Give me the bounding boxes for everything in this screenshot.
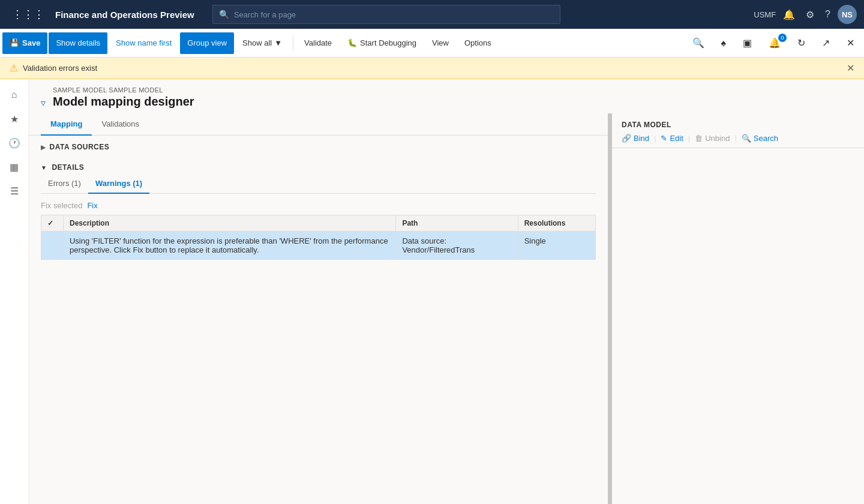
fix-row: Fix selected Fix [41,201,596,210]
search-icon: 🔍 [219,10,229,19]
warnings-table: ✓ Description Path Resolutions Using 'FI… [41,215,596,260]
user-label: USMF [754,10,776,19]
grid-menu-icon[interactable]: ⋮⋮⋮ [7,5,49,23]
data-model-header: DATA MODEL 🔗 Bind | ✎ Edit | [612,113,864,148]
group-view-button[interactable]: Group view [180,32,234,54]
dropdown-icon: ▼ [274,38,282,47]
search-action-icon[interactable]: 🔍 [685,32,712,54]
main-layout: ⌂ ★ 🕐 ▦ ☰ ▿ SAMPLE MODEL SAMPLE MODEL Mo… [0,79,864,504]
tab-warnings[interactable]: Warnings (1) [88,174,149,194]
validation-message: Validation errors exist [23,64,97,73]
breadcrumb: SAMPLE MODEL SAMPLE MODEL [53,86,194,94]
sidebar-item-home[interactable]: ⌂ [4,84,25,106]
validation-banner: ⚠ Validation errors exist ✕ [0,58,864,79]
avatar[interactable]: NS [838,5,857,24]
details-header[interactable]: ▼ DETAILS [41,158,596,174]
data-model-actions: 🔗 Bind | ✎ Edit | 🗑 Unbind [622,134,854,143]
data-model-title: DATA MODEL [622,121,854,129]
top-bar-right: USMF 🔔 ⚙ ? NS [754,5,857,24]
warning-icon: ⚠ [10,62,18,74]
unbind-button[interactable]: 🗑 Unbind [695,134,730,143]
data-sources-section: ▶ DATA SOURCES [29,136,608,158]
row-check [41,232,64,260]
start-debugging-button[interactable]: 🐛 Start Debugging [340,32,424,54]
col-check: ✓ [41,215,64,232]
row-resolution: Single [518,232,595,260]
tab-validations[interactable]: Validations [92,113,149,136]
options-button[interactable]: Options [457,32,499,54]
panel-icon[interactable]: ▣ [736,32,759,54]
edit-button[interactable]: ✎ Edit [661,134,683,143]
show-name-first-button[interactable]: Show name first [109,32,179,54]
data-sources-header[interactable]: ▶ DATA SOURCES [41,140,596,154]
tab-errors[interactable]: Errors (1) [41,174,88,194]
search-bar[interactable]: 🔍 [212,5,560,24]
refresh-icon[interactable]: ↻ [790,32,812,54]
app-title: Finance and Operations Preview [55,10,194,20]
details-section: ▼ DETAILS Errors (1) Warnings (1) Fix se… [29,158,608,504]
tab-mapping[interactable]: Mapping [41,113,92,136]
mapping-tabs: Mapping Validations [29,113,608,136]
help-icon[interactable]: ? [821,7,834,22]
notification-badge-btn[interactable]: 🔔 0 [761,32,788,54]
bind-icon: 🔗 [622,134,631,143]
page-header: ▿ SAMPLE MODEL SAMPLE MODEL Model mappin… [29,79,864,113]
unbind-icon: 🗑 [695,134,703,143]
bind-button[interactable]: 🔗 Bind [622,134,649,143]
search-input[interactable] [234,10,554,19]
page-title: Model mapping designer [53,95,194,109]
top-bar: ⋮⋮⋮ Finance and Operations Preview 🔍 USM… [0,0,864,29]
two-panel: Mapping Validations ▶ DATA SOURCES ▼ DET… [29,113,864,504]
save-icon: 💾 [10,38,19,47]
save-button[interactable]: 💾 Save [2,32,47,54]
notifications-icon[interactable]: 🔔 [779,7,799,23]
show-all-button[interactable]: Show all ▼ [235,32,289,54]
col-description: Description [63,215,395,232]
expand-icon: ▶ [41,144,46,151]
settings-icon[interactable]: ⚙ [802,7,818,23]
filter-icon[interactable]: ▿ [41,97,46,109]
open-new-icon[interactable]: ↗ [815,32,837,54]
collapse-icon: ▼ [41,164,47,171]
col-resolutions: Resolutions [518,215,595,232]
fix-selected-button: Fix selected [41,201,82,210]
sidebar-item-favorites[interactable]: ★ [4,108,25,130]
sidebar-item-recent[interactable]: 🕐 [4,132,25,154]
sidebar-item-modules[interactable]: ☰ [4,180,25,202]
right-panel: DATA MODEL 🔗 Bind | ✎ Edit | [612,113,864,504]
notification-count: 0 [778,34,787,42]
view-button[interactable]: View [425,32,456,54]
action-bar: 💾 Save Show details Show name first Grou… [0,29,864,58]
sidebar-icons: ⌂ ★ 🕐 ▦ ☰ [0,79,29,504]
left-panel: Mapping Validations ▶ DATA SOURCES ▼ DET… [29,113,610,504]
error-warning-tabs: Errors (1) Warnings (1) [41,174,596,194]
content-area: ▿ SAMPLE MODEL SAMPLE MODEL Model mappin… [29,79,864,504]
show-details-button[interactable]: Show details [49,32,107,54]
table-row[interactable]: Using 'FILTER' function for the expressi… [41,232,596,260]
debug-icon: 🐛 [347,38,357,47]
page-header-text: SAMPLE MODEL SAMPLE MODEL Model mapping … [53,86,194,109]
personalize-icon[interactable]: ♠ [714,32,734,54]
separator [293,36,293,50]
col-path: Path [396,215,518,232]
search-model-button[interactable]: 🔍 Search [742,134,778,143]
banner-close-button[interactable]: ✕ [847,62,854,74]
table-header-row: ✓ Description Path Resolutions [41,215,596,232]
row-description: Using 'FILTER' function for the expressi… [63,232,395,260]
row-path: Data source: Vendor/FilteredTrans [396,232,518,260]
fix-button[interactable]: Fix [87,201,97,210]
search-model-icon: 🔍 [742,134,751,143]
close-icon[interactable]: ✕ [839,32,862,54]
validate-button[interactable]: Validate [297,32,339,54]
sidebar-item-workspaces[interactable]: ▦ [4,156,25,178]
data-sources-label: DATA SOURCES [50,143,110,151]
details-label: DETAILS [52,163,84,172]
action-bar-right-icons: 🔍 ♠ ▣ 🔔 0 ↻ ↗ ✕ [685,32,862,54]
edit-icon: ✎ [661,134,667,143]
